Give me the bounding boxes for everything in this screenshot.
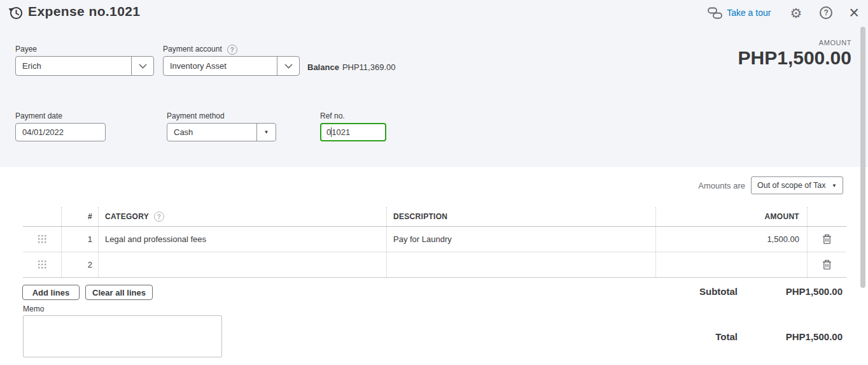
- payee-select[interactable]: Erich: [15, 56, 154, 76]
- payee-label: Payee: [15, 45, 37, 54]
- subtotal-value: PHP1,500.00: [768, 286, 843, 297]
- payment-account-label: Payment account?: [163, 45, 237, 55]
- category-help-icon[interactable]: ?: [154, 211, 164, 222]
- recent-transactions-icon[interactable]: [8, 5, 24, 20]
- drag-handle[interactable]: [23, 227, 61, 252]
- table-row: 1 Legal and professional fees Pay for La…: [23, 227, 846, 252]
- close-icon[interactable]: ×: [849, 4, 859, 22]
- memo-input[interactable]: [23, 315, 222, 357]
- trash-icon: [822, 259, 832, 270]
- drag-dots-icon: [38, 235, 46, 243]
- take-a-tour-button[interactable]: Take a tour: [708, 7, 771, 19]
- drag-dots-icon: [38, 261, 46, 269]
- balance-label: Balance: [307, 62, 339, 72]
- help-icon[interactable]: ?: [820, 6, 832, 19]
- ref-no-label: Ref no.: [320, 111, 345, 120]
- chevron-down-icon: [139, 64, 147, 69]
- header-actions: Take a tour ⚙ ? ×: [708, 0, 859, 25]
- tax-scope-value: Out of scope of Tax: [757, 181, 825, 190]
- total-row: Total PHP1,500.00: [715, 331, 843, 342]
- payment-method-label: Payment method: [167, 111, 225, 120]
- balance-value: PHP11,369.00: [342, 62, 396, 72]
- take-a-tour-label: Take a tour: [727, 8, 771, 18]
- row-number: 1: [61, 227, 98, 252]
- amount-cell[interactable]: [655, 252, 807, 277]
- payment-account-select[interactable]: Inventory Asset: [163, 56, 300, 76]
- table-row: 2: [23, 252, 846, 278]
- payment-date-input[interactable]: 04/01/2022: [15, 123, 106, 141]
- total-value: PHP1,500.00: [768, 331, 843, 342]
- tax-scope-row: Amounts are Out of scope of Tax ▼: [698, 176, 843, 194]
- category-cell[interactable]: [98, 252, 386, 277]
- delete-row-button[interactable]: [807, 252, 846, 277]
- payment-date-label: Payment date: [15, 111, 62, 120]
- table-header-row: # CATEGORY? DESCRIPTION AMOUNT: [23, 207, 846, 227]
- description-cell[interactable]: Pay for Laundry: [386, 227, 655, 252]
- payee-value: Erich: [16, 57, 131, 75]
- payment-method-select[interactable]: Cash ▼: [167, 123, 276, 141]
- row-number: 2: [61, 252, 98, 277]
- col-header-number: #: [61, 207, 98, 226]
- vertical-scrollbar[interactable]: [860, 27, 865, 288]
- page-title: Expense no.1021: [28, 4, 140, 19]
- total-label: Total: [715, 331, 738, 342]
- description-cell[interactable]: [386, 252, 655, 277]
- tour-icon: [708, 7, 722, 19]
- drag-handle[interactable]: [23, 252, 61, 277]
- payment-account-help-icon[interactable]: ?: [227, 45, 237, 55]
- chevron-down-icon: [284, 64, 293, 69]
- payment-method-value: Cash: [167, 124, 256, 141]
- payment-method-dropdown-button[interactable]: ▼: [256, 124, 276, 141]
- gear-icon[interactable]: ⚙: [790, 6, 802, 20]
- add-lines-button[interactable]: Add lines: [22, 285, 80, 300]
- category-cell[interactable]: Legal and professional fees: [98, 227, 386, 252]
- ref-no-value-before-caret: 0: [326, 127, 331, 137]
- line-items-table: # CATEGORY? DESCRIPTION AMOUNT 1 Legal a…: [23, 207, 846, 278]
- clear-all-lines-button[interactable]: Clear all lines: [85, 285, 153, 300]
- trash-icon: [822, 234, 832, 245]
- col-header-category: CATEGORY?: [98, 207, 386, 226]
- amount-cell[interactable]: 1,500.00: [655, 227, 807, 252]
- col-header-description: DESCRIPTION: [386, 207, 655, 226]
- payment-account-dropdown-button[interactable]: [277, 57, 299, 75]
- memo-label: Memo: [23, 304, 44, 313]
- subtotal-label: Subtotal: [699, 286, 738, 297]
- balance-text: BalancePHP11,369.00: [307, 62, 395, 72]
- subtotal-row: Subtotal PHP1,500.00: [699, 286, 843, 297]
- col-header-amount: AMOUNT: [655, 207, 807, 226]
- amounts-are-label: Amounts are: [698, 181, 745, 190]
- triangle-down-icon: ▼: [832, 183, 837, 189]
- amount-summary-value: PHP1,500.00: [738, 47, 851, 69]
- tax-scope-select[interactable]: Out of scope of Tax ▼: [751, 176, 843, 194]
- ref-no-value-after-caret: 1021: [332, 127, 350, 137]
- payment-account-value: Inventory Asset: [164, 57, 277, 75]
- payment-date-value: 04/01/2022: [22, 127, 64, 137]
- payee-dropdown-button[interactable]: [131, 57, 153, 75]
- ref-no-input[interactable]: 01021: [320, 123, 386, 141]
- delete-row-button[interactable]: [807, 227, 846, 252]
- triangle-down-icon: ▼: [264, 129, 269, 135]
- amount-summary-label: AMOUNT: [819, 39, 851, 47]
